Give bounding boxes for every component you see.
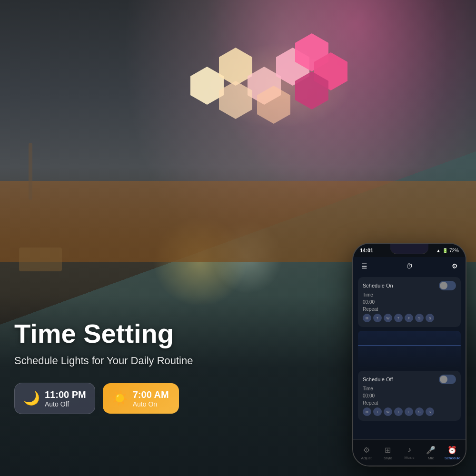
auto-on-text: 7:00 AM Auto On xyxy=(133,389,169,408)
phone-header: ☰ ⏱ ⚙ xyxy=(353,257,466,275)
auto-off-badge: 🌙 11:00 PM Auto Off xyxy=(14,383,95,414)
off-day-tu[interactable]: T xyxy=(373,407,382,416)
status-time: 14:01 xyxy=(360,248,373,253)
auto-on-label: Auto On xyxy=(133,400,169,408)
text-content-area: Time Setting Schedule Lights for Your Da… xyxy=(14,319,193,414)
auto-on-time: 7:00 AM xyxy=(133,389,169,400)
off-day-su[interactable]: S xyxy=(426,407,434,416)
moon-icon: 🌙 xyxy=(23,392,40,405)
lamp-stand xyxy=(29,143,32,200)
nightstand xyxy=(19,248,62,271)
off-day-we[interactable]: W xyxy=(384,407,392,416)
schedule-badges: 🌙 11:00 PM Auto Off ☀️ 7:00 AM Auto On xyxy=(14,383,193,414)
wifi-icon: ▲ xyxy=(436,248,441,253)
schedule-off-header: Schedule Off xyxy=(363,375,456,384)
music-icon: ♪ xyxy=(407,446,411,454)
adjust-icon: ⚙ xyxy=(363,446,370,455)
nav-schedule-label: Schedule xyxy=(445,456,460,460)
nav-music[interactable]: ♪ Music xyxy=(398,446,420,460)
day-fr[interactable]: F xyxy=(405,314,413,322)
hex-panel-2 xyxy=(219,48,252,86)
schedule-icon: ⏰ xyxy=(447,446,457,455)
nav-style-label: Style xyxy=(384,456,392,460)
phone-bottom-nav: ⚙ Adjust ⊞ Style ♪ Music 🎤 Mic ⏰ Schedul… xyxy=(353,439,466,466)
nav-mic-label: Mic xyxy=(428,456,434,460)
auto-off-text: 11:00 PM Auto Off xyxy=(45,389,86,408)
settings-icon[interactable]: ⚙ xyxy=(449,261,460,271)
auto-off-time: 11:00 PM xyxy=(45,389,86,400)
schedule-off-label: Schedule Off xyxy=(363,377,393,382)
auto-off-label: Auto Off xyxy=(45,400,86,408)
phone-body: Schedule On Time 00:00 Repeat M T W T F … xyxy=(353,275,466,426)
status-icons: ▲ 🔋 72% xyxy=(436,248,459,253)
schedule-on-repeat-label: Repeat xyxy=(363,307,456,312)
auto-on-badge: ☀️ 7:00 AM Auto On xyxy=(103,383,179,414)
off-day-fr[interactable]: F xyxy=(405,407,413,416)
nav-music-label: Music xyxy=(405,456,415,460)
schedule-off-toggle[interactable] xyxy=(439,375,456,384)
menu-icon[interactable]: ☰ xyxy=(359,261,369,271)
hex-panels xyxy=(152,24,333,129)
nav-schedule[interactable]: ⏰ Schedule xyxy=(442,446,463,460)
nav-adjust-label: Adjust xyxy=(361,456,371,460)
schedule-on-toggle[interactable] xyxy=(439,281,456,290)
battery-icon: 🔋 xyxy=(442,248,448,253)
nav-mic[interactable]: 🎤 Mic xyxy=(420,446,442,460)
off-day-th[interactable]: T xyxy=(394,407,403,416)
page-subtitle: Schedule Lights for Your Daily Routine xyxy=(14,354,193,368)
timer-icon[interactable]: ⏱ xyxy=(404,261,415,271)
schedule-on-time-label: Time xyxy=(363,292,456,298)
schedule-on-label: Schedule On xyxy=(363,283,393,288)
style-icon: ⊞ xyxy=(385,446,391,455)
day-tu[interactable]: T xyxy=(373,314,382,322)
schedule-off-time-label: Time xyxy=(363,386,456,391)
battery-percent: 72% xyxy=(449,248,459,253)
nav-style[interactable]: ⊞ Style xyxy=(377,446,398,460)
schedule-off-repeat-label: Repeat xyxy=(363,400,456,406)
day-th[interactable]: T xyxy=(394,314,403,322)
hex-panel-1 xyxy=(190,67,224,105)
off-day-mo[interactable]: M xyxy=(363,407,371,416)
day-su[interactable]: S xyxy=(426,314,434,322)
phone-mockup: 14:01 ▲ 🔋 72% ☰ ⏱ ⚙ Schedule On Time xyxy=(352,243,466,466)
schedule-on-section: Schedule On Time 00:00 Repeat M T W T F … xyxy=(358,277,461,327)
schedule-off-time-value: 00:00 xyxy=(363,393,456,398)
scroll-wave-area xyxy=(358,331,461,369)
off-day-sa[interactable]: S xyxy=(415,407,424,416)
schedule-on-days: M T W T F S S xyxy=(363,314,456,322)
page-title: Time Setting xyxy=(14,319,193,348)
mic-icon: 🎤 xyxy=(426,446,436,455)
phone-notch xyxy=(390,244,428,254)
day-sa[interactable]: S xyxy=(415,314,424,322)
day-mo[interactable]: M xyxy=(363,314,371,322)
hex-panel-7 xyxy=(219,81,252,119)
schedule-on-header: Schedule On xyxy=(363,281,456,290)
day-we[interactable]: W xyxy=(384,314,392,322)
schedule-on-time-value: 00:00 xyxy=(363,299,456,305)
nav-adjust[interactable]: ⚙ Adjust xyxy=(356,446,377,460)
schedule-off-days: M T W T F S S xyxy=(363,407,456,416)
phone-screen: ☰ ⏱ ⚙ Schedule On Time 00:00 Repeat M T xyxy=(353,257,466,466)
sun-icon: ☀️ xyxy=(111,392,128,405)
schedule-off-section: Schedule Off Time 00:00 Repeat M T W T F… xyxy=(358,371,461,421)
